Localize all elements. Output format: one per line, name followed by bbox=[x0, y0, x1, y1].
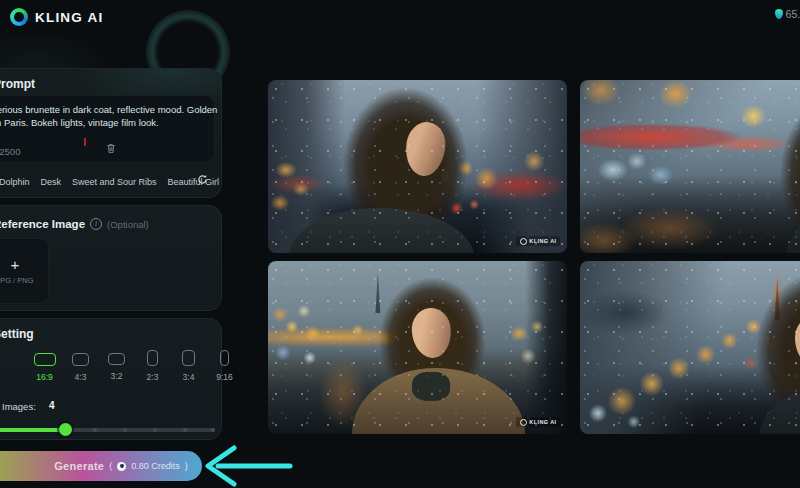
generate-credits: 0.80 Credits bbox=[131, 461, 180, 471]
tag-desk[interactable]: Desk bbox=[41, 177, 62, 187]
ratio-box-4-3 bbox=[72, 353, 89, 366]
char-counter: / 2500 bbox=[0, 146, 20, 157]
kling-ai-app: { "topbar": { "brand": "KLING AI", "cred… bbox=[0, 0, 800, 488]
aspect-ratio-2-3[interactable]: 2:3 bbox=[139, 353, 166, 382]
woman-scarf bbox=[412, 372, 451, 401]
clear-prompt-button[interactable] bbox=[106, 140, 116, 158]
ratio-box-16-9 bbox=[34, 353, 56, 366]
generate-button[interactable]: Generate ( 0.80 Credits ) bbox=[0, 451, 202, 481]
slider-tick-9[interactable] bbox=[211, 428, 215, 432]
kling-watermark: KLING AI bbox=[516, 417, 560, 427]
slider-tick-6[interactable] bbox=[123, 428, 127, 432]
generate-credits-droplet-icon bbox=[117, 462, 126, 471]
prompt-textarea[interactable]: terious brunette in dark coat, reflectiv… bbox=[0, 95, 215, 163]
refresh-icon bbox=[197, 174, 208, 185]
generated-image-1[interactable]: KLING AI bbox=[268, 80, 567, 253]
watermark-icon bbox=[520, 238, 527, 245]
ratio-box-3-4 bbox=[182, 350, 195, 366]
generate-label: Generate bbox=[54, 460, 104, 472]
woman-hair bbox=[780, 97, 800, 249]
credits-balance[interactable]: 65.2 bbox=[775, 8, 800, 20]
credits-value: 65.2 bbox=[786, 8, 800, 20]
paren-close: ) bbox=[185, 461, 188, 471]
aspect-ratio-16-9[interactable]: 16:9 bbox=[31, 353, 58, 382]
slider-tick-2[interactable] bbox=[3, 428, 7, 432]
tag-beautiful-girl[interactable]: Beautiful Girl bbox=[168, 177, 220, 187]
slider-thumb[interactable] bbox=[59, 423, 72, 436]
rain-droplets-overlay bbox=[580, 80, 800, 253]
paren-open: ( bbox=[109, 461, 112, 471]
trash-icon bbox=[106, 143, 116, 154]
reference-title-row: Reference Image i (Optional) bbox=[0, 218, 149, 230]
aspect-ratio-row: 16:9 4:3 3:2 2:3 3:4 9:16 bbox=[31, 353, 238, 382]
text-cursor bbox=[84, 138, 86, 146]
generated-image-3[interactable]: KLING AI bbox=[268, 261, 567, 434]
reference-image-panel: Reference Image i (Optional) + JPG / PNG bbox=[0, 205, 222, 311]
ratio-box-3-2 bbox=[108, 353, 125, 365]
upload-formats: JPG / PNG bbox=[0, 276, 34, 285]
prompt-text-line2: in Paris. Bokeh lights, vintage film loo… bbox=[0, 116, 159, 129]
number-of-images-label: Number of Images: bbox=[0, 401, 36, 412]
kling-watermark: KLING AI bbox=[516, 236, 560, 246]
slider-tick-7[interactable] bbox=[153, 428, 157, 432]
generated-image-2[interactable] bbox=[580, 80, 800, 253]
generated-image-4[interactable] bbox=[580, 261, 800, 434]
setting-panel: Setting 16:9 4:3 3:2 2:3 3:4 bbox=[0, 318, 222, 440]
reference-upload-box[interactable]: + JPG / PNG bbox=[0, 238, 49, 304]
tag-dolphin[interactable]: Dolphin bbox=[0, 177, 30, 187]
reference-title: Reference Image bbox=[0, 218, 85, 230]
prompt-text-line1: terious brunette in dark coat, reflectiv… bbox=[0, 103, 217, 116]
plus-icon: + bbox=[11, 257, 20, 272]
ratio-box-9-16 bbox=[220, 350, 230, 366]
watermark-icon bbox=[520, 419, 527, 426]
optional-label: (Optional) bbox=[107, 219, 149, 230]
prompt-suggestion-tags: Dolphin Desk Sweet and Sour Ribs Beautif… bbox=[0, 177, 219, 187]
setting-title: Setting bbox=[0, 327, 34, 341]
refresh-tags-button[interactable] bbox=[197, 171, 208, 189]
prompt-title: Prompt bbox=[0, 77, 35, 91]
slider-tick-8[interactable] bbox=[183, 428, 187, 432]
aspect-ratio-3-4[interactable]: 3:4 bbox=[175, 353, 202, 382]
tag-sweet-and-sour-ribs[interactable]: Sweet and Sour Ribs bbox=[72, 177, 157, 187]
number-of-images-value: 4 bbox=[49, 400, 55, 411]
credits-droplet-icon bbox=[775, 9, 783, 19]
ratio-box-2-3 bbox=[147, 350, 158, 366]
left-sidebar: Prompt terious brunette in dark coat, re… bbox=[0, 0, 222, 488]
aspect-ratio-3-2[interactable]: 3:2 bbox=[103, 353, 130, 382]
info-icon[interactable]: i bbox=[90, 218, 102, 230]
aspect-ratio-9-16[interactable]: 9:16 bbox=[211, 353, 238, 382]
number-of-images-slider[interactable] bbox=[0, 423, 215, 437]
slider-tick-3[interactable] bbox=[33, 428, 37, 432]
slider-tick-5[interactable] bbox=[93, 428, 97, 432]
aspect-ratio-4-3[interactable]: 4:3 bbox=[67, 353, 94, 382]
prompt-panel: Prompt terious brunette in dark coat, re… bbox=[0, 68, 222, 198]
